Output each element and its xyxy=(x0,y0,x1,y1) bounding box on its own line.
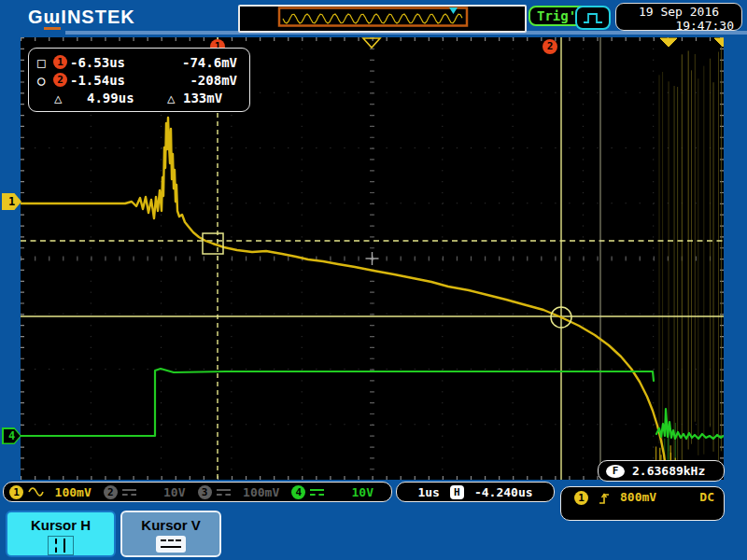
kursor-h-label: Kursor H xyxy=(7,517,114,533)
cursor2-volt-value: -208mV xyxy=(190,73,241,88)
frequency-value: 2.63689kHz xyxy=(632,464,705,478)
dc-coupling-icon xyxy=(310,488,324,497)
time-text: 19:47:30 xyxy=(624,19,734,33)
trigger-type-indicator xyxy=(575,6,611,30)
horizontal-position-value: -4.240us xyxy=(474,485,533,499)
delta-volt-value: 133mV xyxy=(183,91,226,105)
ch1-status: 1 100mV xyxy=(9,485,104,499)
trigger-coupling: DC xyxy=(699,490,714,504)
frequency-icon: F xyxy=(606,465,625,478)
date-text: 19 Sep 2016 xyxy=(624,5,734,19)
ac-coupling-icon xyxy=(28,487,44,497)
ch2-scale: 10V xyxy=(163,485,197,499)
oscilloscope-screen: GɯINSTEK Trig'd 19 Sep 2016 19:47:30 1 4… xyxy=(0,0,747,560)
trigger-source-badge: 1 xyxy=(574,491,588,505)
logo-rest: INSTEK xyxy=(61,7,134,27)
memory-preview-bar xyxy=(238,5,527,33)
channel-status-bar: 1 100mV 2 10V 3 100mV 4 10V xyxy=(3,482,392,502)
cursor1-volt-value: -74.6mV xyxy=(182,55,241,70)
kursor-v-label: Kursor V xyxy=(122,517,219,533)
timebase-scale: 1us xyxy=(417,485,439,499)
ch3-badge: 3 xyxy=(198,485,212,499)
ch1-scale: 100mV xyxy=(55,485,104,499)
cursor1-time-value: -6.53us xyxy=(70,55,148,70)
delta-volt-icon: △ xyxy=(167,91,183,105)
cursor2-badge-small: 2 xyxy=(53,73,67,87)
ch4-scale: 10V xyxy=(352,485,386,499)
ch4-position-marker[interactable]: 4 xyxy=(2,427,21,444)
frequency-readout: F 2.63689kHz xyxy=(598,460,725,482)
menu-button-kursor-v[interactable]: Kursor V xyxy=(120,511,221,557)
ch1-badge: 1 xyxy=(9,485,23,499)
dc-coupling-icon xyxy=(122,488,136,497)
square-marker-icon: □ xyxy=(37,55,53,70)
delta-time-icon: △ xyxy=(37,91,87,105)
datetime-display: 19 Sep 2016 19:47:30 xyxy=(615,3,742,31)
circle-marker-icon: ○ xyxy=(37,73,53,88)
delta-time-value: 4.99us xyxy=(87,91,154,105)
delta-readout-row: △ 4.99us △ 133mV xyxy=(37,89,241,106)
ch2-badge: 2 xyxy=(104,485,118,499)
memory-preview-waveform xyxy=(240,7,519,27)
ch4-marker-label: 4 xyxy=(4,429,21,443)
ch2-status: 2 10V xyxy=(104,485,198,499)
timebase-status: 1us H -4.240us xyxy=(396,482,555,502)
ch3-status: 3 100mV xyxy=(198,485,292,499)
ch1-marker-label: 1 xyxy=(4,195,21,209)
rising-edge-icon xyxy=(598,491,611,506)
brand-logo: GɯINSTEK xyxy=(28,7,135,28)
cursor2-badge: 2 xyxy=(543,39,557,54)
cursor-measurement-panel: □ 1 -6.53us -74.6mV ○ 2 -1.54us -208mV △… xyxy=(28,48,250,112)
trigger-status-box: 1 800mV DC xyxy=(560,486,725,521)
cursor1-badge-small: 1 xyxy=(53,55,67,69)
logo-w: ɯ xyxy=(44,7,62,30)
cursor1-readout-row: □ 1 -6.53us -74.6mV xyxy=(37,53,241,71)
horizontal-cursors-icon xyxy=(156,536,186,553)
ch4-status: 4 10V xyxy=(291,485,386,499)
cursor2-readout-row: ○ 2 -1.54us -208mV xyxy=(37,71,241,89)
logo-g: G xyxy=(28,7,44,27)
menu-button-kursor-h[interactable]: Kursor H xyxy=(6,511,116,557)
pulse-icon xyxy=(582,11,604,24)
ch3-scale: 100mV xyxy=(243,485,291,499)
vertical-cursors-icon xyxy=(48,536,74,555)
ch4-badge: 4 xyxy=(291,485,305,499)
horizontal-position-icon: H xyxy=(450,485,464,499)
cursor2-time-value: -1.54us xyxy=(70,73,148,88)
trigger-level-value: 800mV xyxy=(620,490,656,504)
dc-coupling-icon xyxy=(217,488,231,497)
ch1-position-marker[interactable]: 1 xyxy=(2,193,21,210)
